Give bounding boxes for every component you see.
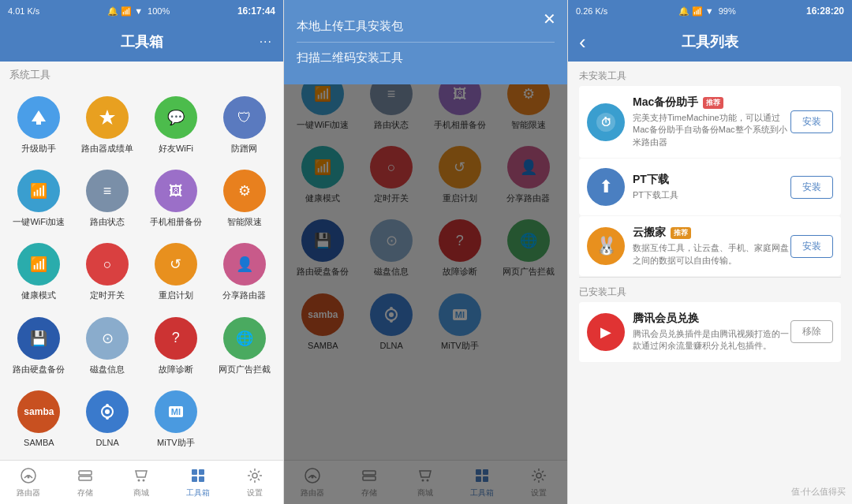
tool-icon-share-router: 👤 (223, 243, 266, 286)
nav-item-toolbox[interactable]: 工具箱 (170, 461, 226, 504)
tool-label-timer-switch: 定时开关 (90, 290, 125, 301)
tool-icon-smart-limit: ⚙ (223, 170, 266, 212)
tool-item-phone-backup[interactable]: 🖼手机相册备份 (142, 162, 211, 235)
nav-icon-storage (76, 466, 95, 485)
panel-toolbox: 4.01 K/s 🔔 📶 ▼ 100% 16:17:44 工具箱 ··· 系统工… (0, 0, 284, 504)
status-time-1: 16:17:44 (237, 6, 275, 17)
tool-item-mac-backup[interactable]: ⏱ Mac备份助手 推荐 完美支持TimeMachine功能，可以通过Mac备份… (579, 86, 841, 158)
tool-item-tencent-vip[interactable]: ▶ 腾讯会员兑换 腾讯会员兑换插件是由腾讯视频打造的一款通过闲余流量赚积分兑礼包… (579, 302, 841, 362)
tool-item-share-router[interactable]: 👤分享路由器 (210, 235, 278, 308)
mac-backup-desc: 完美支持TimeMachine功能，可以通过Mac备份助手自动备份Mac整个系统… (633, 112, 790, 148)
status-speed-3: 0.26 K/s (576, 6, 607, 16)
bottom-nav-1: 路由器存储商城工具箱设置 (0, 460, 283, 504)
svg-point-11 (138, 480, 140, 482)
tool-label-dlna: DLNA (95, 438, 118, 448)
tool-item-smart-limit[interactable]: ⚙智能限速 (210, 162, 278, 235)
more-button[interactable]: ··· (260, 35, 272, 49)
panel1-title: 工具箱 (121, 32, 163, 51)
tool-item-friend-wifi[interactable]: 💬好友WiFi (142, 88, 211, 162)
status-bar-1: 4.01 K/s 🔔 📶 ▼ 100% 16:17:44 (0, 0, 283, 22)
tool-icon-reboot-plan: ↺ (155, 243, 197, 286)
tencent-vip-remove-btn[interactable]: 移除 (790, 320, 833, 343)
tool-label-smart-limit: 智能限速 (227, 217, 262, 227)
tool-item-router-score[interactable]: 路由器成绩单 (73, 88, 142, 162)
panel1-header: 工具箱 ··· (0, 22, 283, 62)
tool-icon-router-score (86, 96, 129, 139)
tool-icon-samba: samba (17, 390, 60, 433)
nav-icon-market (132, 466, 151, 485)
overlay-menu: ✕ 本地上传工具安装包 扫描二维码安装工具 (284, 0, 567, 84)
back-button[interactable]: ‹ (579, 32, 586, 52)
svg-point-6 (106, 416, 109, 420)
nav-item-settings[interactable]: 设置 (226, 461, 283, 504)
tencent-vip-icon: ▶ (587, 313, 625, 351)
tool-label-reboot-plan: 重启计划 (159, 290, 193, 301)
tool-icon-timer-switch: ○ (86, 243, 129, 286)
tool-item-pt-download[interactable]: ⬆ PT下载 PT下载工具 安装 (579, 159, 841, 215)
tool-item-upgrade[interactable]: 升级助手 (5, 88, 73, 162)
nav-item-storage[interactable]: 存储 (57, 461, 114, 504)
tool-icon-upgrade (17, 96, 60, 139)
svg-marker-2 (99, 110, 115, 125)
tool-item-timer-switch[interactable]: ○定时开关 (73, 235, 142, 308)
tool-item-anti-addiction[interactable]: 🛡防蹭网 (210, 88, 278, 162)
tool-label-router-status: 路由状态 (90, 217, 125, 227)
uninstalled-section-label: 未安装工具 (568, 62, 852, 86)
tool-item-reboot-plan[interactable]: ↺重启计划 (142, 235, 211, 308)
tencent-vip-desc: 腾讯会员兑换插件是由腾讯视频打造的一款通过闲余流量赚积分兑礼包插件。 (633, 328, 790, 353)
nav-item-router[interactable]: 路由器 (0, 461, 57, 504)
svg-rect-13 (192, 469, 197, 475)
close-icon[interactable]: ✕ (543, 9, 556, 28)
tool-label-wifi-boost: 一键WiFi加速 (13, 217, 65, 227)
tool-item-mitv[interactable]: MIMiTV助手 (142, 383, 211, 456)
cloud-move-desc: 数据互传工具，让云盘、手机、家庭网盘之间的数据可以自由传输。 (633, 242, 790, 267)
tool-item-healthy-mode[interactable]: 📶健康模式 (5, 235, 73, 308)
tool-label-mitv: MiTV助手 (157, 438, 195, 448)
tool-icon-hdd-backup: 💾 (17, 317, 60, 360)
tool-item-ad-block[interactable]: 🌐网页广告拦截 (210, 309, 278, 383)
overlay-dismiss-area[interactable] (284, 84, 567, 504)
mac-backup-icon: ⏱ (587, 103, 625, 141)
tool-item-disk-info[interactable]: ⊙磁盘信息 (73, 309, 142, 383)
status-speed-1: 4.01 K/s (8, 6, 39, 16)
tool-label-share-router: 分享路由器 (222, 290, 266, 301)
mac-backup-name: Mac备份助手 推荐 (633, 95, 790, 110)
svg-marker-0 (32, 110, 46, 121)
status-time-3: 16:28:20 (806, 6, 844, 17)
tool-label-friend-wifi: 好友WiFi (159, 144, 193, 154)
tool-label-ad-block: 网页广告拦截 (219, 364, 271, 375)
pt-download-install-btn[interactable]: 安装 (790, 176, 833, 199)
mac-backup-badge: 推荐 (703, 97, 723, 109)
qrcode-scan-item[interactable]: 扫描二维码安装工具 (297, 42, 555, 73)
svg-point-17 (252, 473, 257, 478)
cloud-move-name: 云搬家 推荐 (633, 226, 790, 240)
status-icons-3: 🔔 📶 ▼ (678, 6, 714, 17)
cloud-move-install-btn[interactable]: 安装 (790, 235, 833, 258)
nav-icon-router (19, 466, 38, 485)
status-icons-1: 🔔 📶 ▼ (107, 6, 143, 17)
tool-item-samba[interactable]: sambaSAMBA (5, 383, 73, 456)
tools-scroll-area[interactable]: 升级助手路由器成绩单💬好友WiFi🛡防蹭网📶一键WiFi加速≡路由状态🖼手机相册… (0, 85, 283, 460)
tool-label-phone-backup: 手机相册备份 (150, 217, 202, 227)
pt-download-info: PT下载 PT下载工具 (633, 173, 790, 201)
local-upload-item[interactable]: 本地上传工具安装包 (297, 11, 555, 42)
tool-icon-disk-info: ⊙ (86, 317, 129, 360)
mac-backup-install-btn[interactable]: 安装 (790, 110, 833, 133)
tool-icon-healthy-mode: 📶 (17, 243, 60, 286)
tool-item-router-status[interactable]: ≡路由状态 (73, 162, 142, 235)
nav-label-market: 商城 (133, 487, 149, 498)
tool-item-hdd-backup[interactable]: 💾路由硬盘备份 (5, 309, 73, 383)
tool-item-dlna[interactable]: DLNA (73, 383, 142, 456)
watermark: 值·什么值得买 (791, 486, 846, 498)
section-label-system: 系统工具 (0, 62, 283, 85)
tool-icon-mitv: MI (155, 390, 197, 433)
tool-item-fault-diag[interactable]: ?故障诊断 (142, 309, 211, 383)
tool-list-scroll[interactable]: 未安装工具 ⏱ Mac备份助手 推荐 完美支持TimeMachine功能，可以通… (568, 62, 852, 504)
tool-item-wifi-boost[interactable]: 📶一键WiFi加速 (5, 162, 73, 235)
panel3-header: ‹ 工具列表 (568, 22, 852, 62)
nav-label-router: 路由器 (17, 487, 40, 498)
nav-item-market[interactable]: 商城 (114, 461, 170, 504)
tool-item-cloud-move[interactable]: 🐰 云搬家 推荐 数据互传工具，让云盘、手机、家庭网盘之间的数据可以自由传输。 … (579, 216, 841, 276)
tool-label-fault-diag: 故障诊断 (159, 364, 193, 375)
installed-section-label: 已安装工具 (568, 278, 852, 302)
